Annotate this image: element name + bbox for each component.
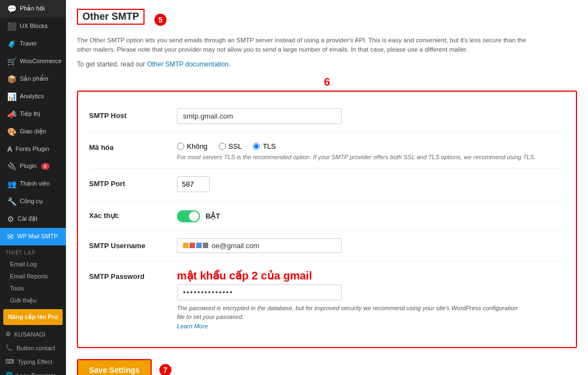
encryption-radio-group: Không SSL TLS: [177, 140, 565, 150]
sidebar-item-phan-hoi[interactable]: 💬 Phản hồi: [0, 0, 66, 18]
sidebar-item-giao-dien[interactable]: 🎨 Giao diện: [0, 123, 66, 141]
tiep-thi-icon: 📣: [7, 110, 16, 119]
sidebar-label-plugin: Plugin: [20, 163, 37, 170]
radio-ssl[interactable]: SSL: [219, 142, 242, 150]
save-area: Save Settings 7: [77, 359, 577, 375]
sidebar-item-ux-blocks[interactable]: ⬛ UX Blocks: [0, 18, 66, 35]
smtp-form-box: SMTP Host Mã hóa Không SSL: [77, 91, 577, 349]
page-title: Other SMTP: [77, 9, 145, 25]
analytics-icon: 📊: [7, 92, 16, 101]
password-note-text: The password is encrypted in the databas…: [177, 305, 518, 321]
gioi-thieu-label: Giới thiệu: [10, 297, 36, 304]
smtp-port-row: SMTP Port: [89, 169, 565, 200]
sidebar-subitem-email-reports[interactable]: Email Reports: [0, 270, 66, 282]
phone-icon: 📞: [5, 344, 13, 351]
learn-more-link[interactable]: Learn More: [177, 323, 208, 329]
toggle-label: BẬT: [206, 212, 220, 220]
sidebar-subitem-email-log[interactable]: Email Log: [0, 258, 66, 270]
sidebar-label-thanh-vien: Thành viên: [20, 180, 49, 187]
sidebar-item-analytics[interactable]: 📊 Analytics: [0, 88, 66, 105]
sidebar-item-travel[interactable]: 🧳 Travel: [0, 35, 66, 53]
xac-thuc-row: Xác thực BẬT: [89, 200, 565, 231]
doc-suffix: .: [229, 60, 230, 68]
radio-khong-input[interactable]: [177, 143, 184, 150]
doc-link[interactable]: Other SMTP documentation: [147, 60, 229, 68]
radio-ssl-input[interactable]: [219, 143, 226, 150]
sidebar-subitem-tools[interactable]: Tools: [0, 282, 66, 294]
woocommerce-icon: 🛒: [7, 57, 16, 66]
smtp-username-row: SMTP Username oe@gmail.com: [89, 231, 565, 261]
loco-icon: 🌐: [5, 372, 13, 375]
phan-hoi-icon: 💬: [7, 4, 16, 13]
sidebar-item-thanh-vien[interactable]: 👥 Thành viên: [0, 175, 66, 193]
xac-thuc-toggle[interactable]: [177, 210, 200, 222]
cai-dat-icon: ⚙: [7, 215, 14, 223]
sidebar: 💬 Phản hồi ⬛ UX Blocks 🧳 Travel 🛒 WooCom…: [0, 0, 66, 375]
sidebar-kusanagi[interactable]: ⚙ KUSANAGI: [0, 327, 66, 341]
password-note: The password is encrypted in the databas…: [177, 304, 518, 331]
sidebar-label-san-pham: Sản phẩm: [20, 75, 48, 82]
smtp-port-label: SMTP Port: [89, 176, 177, 188]
mail-icon: ✉: [7, 232, 14, 241]
sidebar-label-analytics: Analytics: [20, 93, 44, 100]
smtp-password-input[interactable]: [177, 284, 342, 300]
cong-cu-icon: 🔧: [7, 197, 16, 206]
plugin-icon: 🔌: [7, 162, 16, 171]
submenu-title: Thiết lập: [0, 245, 66, 258]
sidebar-item-woocommerce[interactable]: 🛒 WooCommerce: [0, 53, 66, 70]
sidebar-loco-translate[interactable]: 🌐 Loco Translate: [0, 368, 66, 375]
sidebar-label-phan-hoi: Phản hồi: [20, 5, 45, 12]
radio-tls[interactable]: TLS: [253, 142, 276, 150]
step-6-label: 6: [324, 76, 330, 88]
email-reports-label: Email Reports: [10, 273, 48, 279]
sidebar-item-fonts-plugin[interactable]: A Fonts Plugin: [0, 141, 66, 158]
sidebar-item-cai-dat[interactable]: ⚙ Cài đặt: [0, 210, 66, 228]
radio-khong[interactable]: Không: [177, 142, 208, 150]
san-pham-icon: 📦: [7, 75, 16, 83]
sidebar-item-san-pham[interactable]: 📦 Sản phẩm: [0, 70, 66, 88]
typing-effect-label: Typing Effect: [18, 359, 52, 365]
ma-hoa-row: Mã hóa Không SSL TLS For m: [89, 132, 565, 169]
sidebar-label-cong-cu: Công cụ: [20, 198, 43, 205]
blur-dot-1: [183, 243, 188, 248]
radio-khong-label: Không: [187, 142, 208, 150]
upgrade-label: Nâng cấp lên Pro: [8, 314, 58, 320]
blur-dot-4: [203, 243, 208, 248]
giao-dien-icon: 🎨: [7, 127, 16, 136]
save-settings-button[interactable]: Save Settings: [77, 359, 152, 375]
smtp-username-label: SMTP Username: [89, 238, 177, 250]
sidebar-label-wp-mail-smtp: WP Mail SMTP: [17, 233, 58, 240]
smtp-host-label: SMTP Host: [89, 108, 177, 120]
loco-translate-label: Loco Translate: [16, 372, 56, 376]
doc-prefix: To get started, read our: [77, 60, 147, 68]
upgrade-button[interactable]: Nâng cấp lên Pro: [3, 309, 63, 325]
username-blur: [183, 243, 208, 248]
step-7-badge: 7: [159, 364, 171, 375]
typing-icon: ⌨: [5, 358, 14, 365]
smtp-password-row: SMTP Password mật khẩu cấp 2 của gmail T…: [89, 261, 565, 339]
annotation-text: mật khẩu cấp 2 của gmail: [177, 269, 565, 282]
sidebar-subitem-gioi-thieu[interactable]: Giới thiệu: [0, 294, 66, 307]
xac-thuc-label: Xác thực: [89, 208, 177, 220]
toggle-wrap: BẬT: [177, 208, 565, 222]
sidebar-label-giao-dien: Giao diện: [20, 128, 46, 135]
tools-label: Tools: [10, 285, 24, 292]
sidebar-button-contact[interactable]: 📞 Button contact: [0, 341, 66, 355]
radio-hint: For most servers TLS is the recommended …: [177, 154, 565, 160]
sidebar-item-plugin[interactable]: 🔌 Plugin 8: [0, 158, 66, 175]
sidebar-label-fonts: Fonts Plugin: [15, 145, 49, 153]
smtp-port-input[interactable]: [177, 176, 210, 192]
ux-blocks-icon: ⬛: [7, 22, 16, 31]
sidebar-item-tiep-thi[interactable]: 📣 Tiếp thị: [0, 105, 66, 123]
smtp-host-input[interactable]: [177, 108, 342, 124]
plugin-badge: 8: [41, 163, 49, 170]
sidebar-item-cong-cu[interactable]: 🔧 Công cụ: [0, 193, 66, 210]
step-5-badge: 5: [154, 14, 167, 26]
smtp-username-field: oe@gmail.com: [177, 238, 565, 253]
thanh-vien-icon: 👥: [7, 180, 16, 188]
smtp-host-field: [177, 108, 565, 124]
sidebar-typing-effect[interactable]: ⌨ Typing Effect: [0, 355, 66, 368]
travel-icon: 🧳: [7, 40, 16, 48]
sidebar-item-wp-mail-smtp[interactable]: ✉ WP Mail SMTP: [0, 228, 66, 245]
radio-tls-input[interactable]: [253, 143, 260, 150]
